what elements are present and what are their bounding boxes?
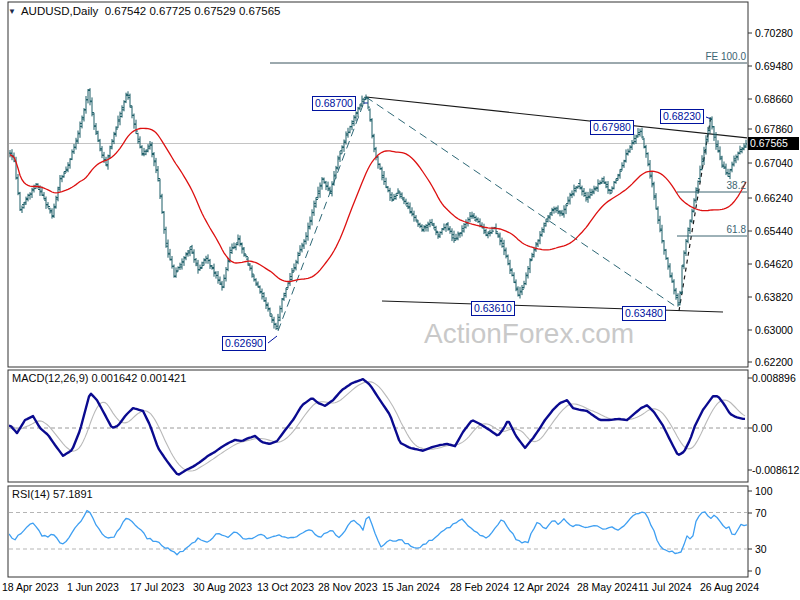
- rsi-line: [9, 511, 747, 555]
- rsi-indicator-label: RSI(14) 57.1891: [12, 488, 93, 500]
- main-price-layer: [8, 63, 748, 343]
- price-bars-series: [8, 88, 748, 330]
- date-axis-label: 26 Aug 2024: [700, 581, 759, 593]
- macd-panel-frame: [8, 370, 748, 482]
- price-annotation-box: 0.68230: [660, 109, 704, 124]
- fib-level-label: 38.2: [727, 180, 746, 191]
- price-annotation-box: 0.68700: [312, 96, 356, 111]
- date-axis-label: 30 Aug 2023: [193, 581, 252, 593]
- annotation-line: [382, 301, 723, 312]
- price-annotation-box: 0.62690: [222, 336, 266, 351]
- rsi-panel-frame: [8, 486, 748, 577]
- price-axis-label: 0.63000: [755, 324, 793, 336]
- date-axis-label: 12 Apr 2024: [513, 581, 570, 593]
- rsi-axis-label: 70: [755, 507, 767, 519]
- price-annotation-box: 0.67980: [590, 120, 634, 135]
- price-axis-label: 0.64620: [755, 258, 793, 270]
- price-axis-label: 0.68660: [755, 93, 793, 105]
- price-axis-label: 0.66240: [755, 192, 793, 204]
- price-axis-label: 0.67040: [755, 157, 793, 169]
- chart-canvas: [0, 0, 800, 600]
- fib-level-label: FE 100.0: [705, 51, 746, 62]
- macd-axis-label: -0.008612: [752, 464, 799, 476]
- macd-indicator-label: MACD(12,26,9) 0.001642 0.001421: [12, 372, 186, 384]
- price-axis-label: 0.70280: [755, 27, 793, 39]
- chart-title: ▼AUDUSD,Daily 0.67542 0.67725 0.67529 0.…: [8, 5, 281, 17]
- date-axis-label: 17 Jul 2023: [130, 581, 184, 593]
- rsi-axis-label: 30: [755, 543, 767, 555]
- rsi-axis-label: 100: [755, 485, 773, 497]
- date-axis-label: 13 Oct 2023: [257, 581, 314, 593]
- price-axis-label: 0.62200: [755, 356, 793, 368]
- chart-symbol-period: AUDUSD,Daily: [21, 5, 98, 17]
- rsi-axis-label: 0: [755, 565, 761, 577]
- macd-axis-label: 0.008896: [752, 372, 796, 384]
- price-axis-label: 0.63820: [755, 291, 793, 303]
- date-axis-label: 28 Nov 2023: [318, 581, 378, 593]
- moving-average-line: [10, 128, 746, 281]
- price-annotation-box: 0.63610: [471, 301, 515, 316]
- price-annotation-box: 0.63480: [622, 306, 666, 321]
- price-axis-label: 0.65440: [755, 225, 793, 237]
- date-axis-label: 28 Feb 2024: [450, 581, 509, 593]
- fib-level-label: 61.8: [727, 224, 746, 235]
- price-axis-label: 0.67860: [755, 123, 793, 135]
- date-axis-label: 11 Jul 2024: [638, 581, 692, 593]
- current-price-badge: 0.67565: [748, 137, 799, 150]
- macd-axis-label: 0.00: [752, 422, 772, 434]
- date-axis-label: 1 Jun 2023: [67, 581, 119, 593]
- chart-ohlc-quote: 0.67542 0.67725 0.67529 0.67565: [105, 5, 281, 17]
- price-axis-label: 0.69480: [755, 60, 793, 72]
- macd-main-line: [9, 379, 745, 474]
- rsi-layer: [9, 511, 747, 555]
- symbol-dropdown-icon[interactable]: ▼: [8, 7, 16, 16]
- date-axis-label: 28 May 2024: [577, 581, 638, 593]
- annotation-line: [278, 97, 366, 331]
- date-axis-label: 18 Apr 2023: [2, 581, 59, 593]
- macd-layer: [9, 379, 747, 474]
- watermark: ActionForex.com: [424, 318, 634, 350]
- date-axis-label: 15 Jan 2024: [382, 581, 440, 593]
- annotation-line: [268, 336, 277, 343]
- forex-chart-window: ▼AUDUSD,Daily 0.67542 0.67725 0.67529 0.…: [0, 0, 800, 600]
